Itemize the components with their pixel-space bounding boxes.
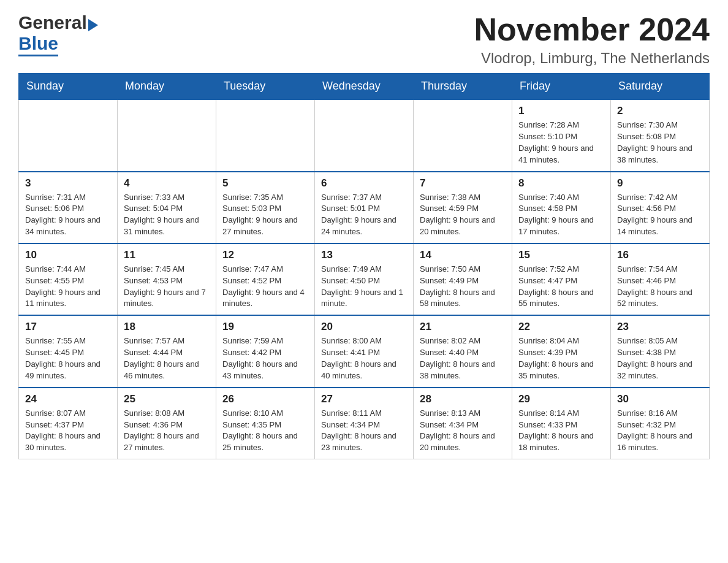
calendar-cell: 14Sunrise: 7:50 AM Sunset: 4:49 PM Dayli… xyxy=(414,243,512,315)
day-info: Sunrise: 7:47 AM Sunset: 4:52 PM Dayligh… xyxy=(222,264,308,310)
calendar-cell: 8Sunrise: 7:40 AM Sunset: 4:58 PM Daylig… xyxy=(512,172,611,243)
day-number: 19 xyxy=(222,321,308,333)
calendar-cell: 2Sunrise: 7:30 AM Sunset: 5:08 PM Daylig… xyxy=(611,99,710,171)
month-title: November 2024 xyxy=(474,12,710,47)
calendar-cell: 12Sunrise: 7:47 AM Sunset: 4:52 PM Dayli… xyxy=(216,243,315,315)
day-number: 17 xyxy=(25,321,111,333)
day-info: Sunrise: 8:05 AM Sunset: 4:38 PM Dayligh… xyxy=(617,335,703,381)
week-row-4: 17Sunrise: 7:55 AM Sunset: 4:45 PM Dayli… xyxy=(19,315,710,387)
calendar-cell: 27Sunrise: 8:11 AM Sunset: 4:34 PM Dayli… xyxy=(315,388,414,459)
day-info: Sunrise: 7:31 AM Sunset: 5:06 PM Dayligh… xyxy=(25,192,111,238)
logo: General Blue xyxy=(18,12,98,54)
day-number: 13 xyxy=(321,249,407,261)
calendar-cell: 13Sunrise: 7:49 AM Sunset: 4:50 PM Dayli… xyxy=(315,243,414,315)
calendar-cell: 7Sunrise: 7:38 AM Sunset: 4:59 PM Daylig… xyxy=(414,172,512,243)
weekday-header-sunday: Sunday xyxy=(19,74,118,100)
calendar-cell: 9Sunrise: 7:42 AM Sunset: 4:56 PM Daylig… xyxy=(611,172,710,243)
day-number: 2 xyxy=(617,105,703,117)
calendar-cell: 29Sunrise: 8:14 AM Sunset: 4:33 PM Dayli… xyxy=(512,388,611,459)
day-info: Sunrise: 7:59 AM Sunset: 4:42 PM Dayligh… xyxy=(222,335,308,381)
day-number: 15 xyxy=(518,249,604,261)
calendar-cell: 4Sunrise: 7:33 AM Sunset: 5:04 PM Daylig… xyxy=(118,172,216,243)
calendar-cell: 17Sunrise: 7:55 AM Sunset: 4:45 PM Dayli… xyxy=(19,315,118,387)
calendar-cell: 30Sunrise: 8:16 AM Sunset: 4:32 PM Dayli… xyxy=(611,388,710,459)
calendar-cell xyxy=(216,99,315,171)
logo-arrow-icon xyxy=(88,19,98,31)
day-info: Sunrise: 7:38 AM Sunset: 4:59 PM Dayligh… xyxy=(420,192,506,238)
calendar-cell: 10Sunrise: 7:44 AM Sunset: 4:55 PM Dayli… xyxy=(19,243,118,315)
day-info: Sunrise: 7:30 AM Sunset: 5:08 PM Dayligh… xyxy=(617,120,703,166)
calendar-cell: 22Sunrise: 8:04 AM Sunset: 4:39 PM Dayli… xyxy=(512,315,611,387)
calendar-cell: 21Sunrise: 8:02 AM Sunset: 4:40 PM Dayli… xyxy=(414,315,512,387)
day-number: 20 xyxy=(321,321,407,333)
calendar-table: SundayMondayTuesdayWednesdayThursdayFrid… xyxy=(18,73,710,459)
day-number: 23 xyxy=(617,321,703,333)
week-row-2: 3Sunrise: 7:31 AM Sunset: 5:06 PM Daylig… xyxy=(19,172,710,243)
day-info: Sunrise: 7:50 AM Sunset: 4:49 PM Dayligh… xyxy=(420,264,506,310)
week-row-3: 10Sunrise: 7:44 AM Sunset: 4:55 PM Dayli… xyxy=(19,243,710,315)
weekday-header-friday: Friday xyxy=(512,74,611,100)
weekday-header-saturday: Saturday xyxy=(611,74,710,100)
calendar-cell xyxy=(315,99,414,171)
day-info: Sunrise: 8:13 AM Sunset: 4:34 PM Dayligh… xyxy=(420,408,506,454)
calendar-cell: 20Sunrise: 8:00 AM Sunset: 4:41 PM Dayli… xyxy=(315,315,414,387)
day-number: 7 xyxy=(420,177,506,190)
calendar-cell xyxy=(19,99,118,171)
day-number: 12 xyxy=(222,249,308,261)
day-number: 8 xyxy=(518,177,604,190)
day-number: 22 xyxy=(518,321,604,333)
title-area: November 2024 Vlodrop, Limburg, The Neth… xyxy=(474,12,710,67)
calendar-cell: 23Sunrise: 8:05 AM Sunset: 4:38 PM Dayli… xyxy=(611,315,710,387)
day-info: Sunrise: 7:49 AM Sunset: 4:50 PM Dayligh… xyxy=(321,264,407,310)
day-info: Sunrise: 7:28 AM Sunset: 5:10 PM Dayligh… xyxy=(518,120,604,166)
day-info: Sunrise: 8:10 AM Sunset: 4:35 PM Dayligh… xyxy=(222,408,308,454)
day-info: Sunrise: 7:42 AM Sunset: 4:56 PM Dayligh… xyxy=(617,192,703,238)
day-number: 16 xyxy=(617,249,703,261)
day-number: 21 xyxy=(420,321,506,333)
calendar-cell: 15Sunrise: 7:52 AM Sunset: 4:47 PM Dayli… xyxy=(512,243,611,315)
week-row-1: 1Sunrise: 7:28 AM Sunset: 5:10 PM Daylig… xyxy=(19,99,710,171)
calendar-cell: 18Sunrise: 7:57 AM Sunset: 4:44 PM Dayli… xyxy=(118,315,216,387)
day-info: Sunrise: 8:00 AM Sunset: 4:41 PM Dayligh… xyxy=(321,335,407,381)
day-info: Sunrise: 8:08 AM Sunset: 4:36 PM Dayligh… xyxy=(124,408,210,454)
page-header: General Blue November 2024 Vlodrop, Limb… xyxy=(18,12,710,67)
day-info: Sunrise: 8:07 AM Sunset: 4:37 PM Dayligh… xyxy=(25,408,111,454)
weekday-header-wednesday: Wednesday xyxy=(315,74,414,100)
day-info: Sunrise: 8:16 AM Sunset: 4:32 PM Dayligh… xyxy=(617,408,703,454)
calendar-cell: 11Sunrise: 7:45 AM Sunset: 4:53 PM Dayli… xyxy=(118,243,216,315)
calendar-cell xyxy=(118,99,216,171)
week-row-5: 24Sunrise: 8:07 AM Sunset: 4:37 PM Dayli… xyxy=(19,388,710,459)
calendar-cell: 3Sunrise: 7:31 AM Sunset: 5:06 PM Daylig… xyxy=(19,172,118,243)
logo-general-text: General xyxy=(18,12,87,33)
day-info: Sunrise: 7:37 AM Sunset: 5:01 PM Dayligh… xyxy=(321,192,407,238)
calendar-cell: 19Sunrise: 7:59 AM Sunset: 4:42 PM Dayli… xyxy=(216,315,315,387)
day-number: 26 xyxy=(222,393,308,405)
day-info: Sunrise: 7:55 AM Sunset: 4:45 PM Dayligh… xyxy=(25,335,111,381)
day-number: 10 xyxy=(25,249,111,261)
weekday-header-tuesday: Tuesday xyxy=(216,74,315,100)
calendar-cell: 28Sunrise: 8:13 AM Sunset: 4:34 PM Dayli… xyxy=(414,388,512,459)
weekday-header-row: SundayMondayTuesdayWednesdayThursdayFrid… xyxy=(19,74,710,100)
day-number: 9 xyxy=(617,177,703,190)
weekday-header-thursday: Thursday xyxy=(414,74,512,100)
calendar-cell: 25Sunrise: 8:08 AM Sunset: 4:36 PM Dayli… xyxy=(118,388,216,459)
day-number: 25 xyxy=(124,393,210,405)
day-info: Sunrise: 7:44 AM Sunset: 4:55 PM Dayligh… xyxy=(25,264,111,310)
calendar-cell: 1Sunrise: 7:28 AM Sunset: 5:10 PM Daylig… xyxy=(512,99,611,171)
calendar-cell: 6Sunrise: 7:37 AM Sunset: 5:01 PM Daylig… xyxy=(315,172,414,243)
calendar-cell: 16Sunrise: 7:54 AM Sunset: 4:46 PM Dayli… xyxy=(611,243,710,315)
day-number: 6 xyxy=(321,177,407,190)
day-info: Sunrise: 7:52 AM Sunset: 4:47 PM Dayligh… xyxy=(518,264,604,310)
location-title: Vlodrop, Limburg, The Netherlands xyxy=(474,50,710,67)
day-number: 24 xyxy=(25,393,111,405)
calendar-cell: 24Sunrise: 8:07 AM Sunset: 4:37 PM Dayli… xyxy=(19,388,118,459)
day-number: 28 xyxy=(420,393,506,405)
day-number: 14 xyxy=(420,249,506,261)
weekday-header-monday: Monday xyxy=(118,74,216,100)
day-info: Sunrise: 8:11 AM Sunset: 4:34 PM Dayligh… xyxy=(321,408,407,454)
day-info: Sunrise: 7:40 AM Sunset: 4:58 PM Dayligh… xyxy=(518,192,604,238)
day-number: 4 xyxy=(124,177,210,190)
day-info: Sunrise: 8:04 AM Sunset: 4:39 PM Dayligh… xyxy=(518,335,604,381)
day-number: 11 xyxy=(124,249,210,261)
day-number: 27 xyxy=(321,393,407,405)
